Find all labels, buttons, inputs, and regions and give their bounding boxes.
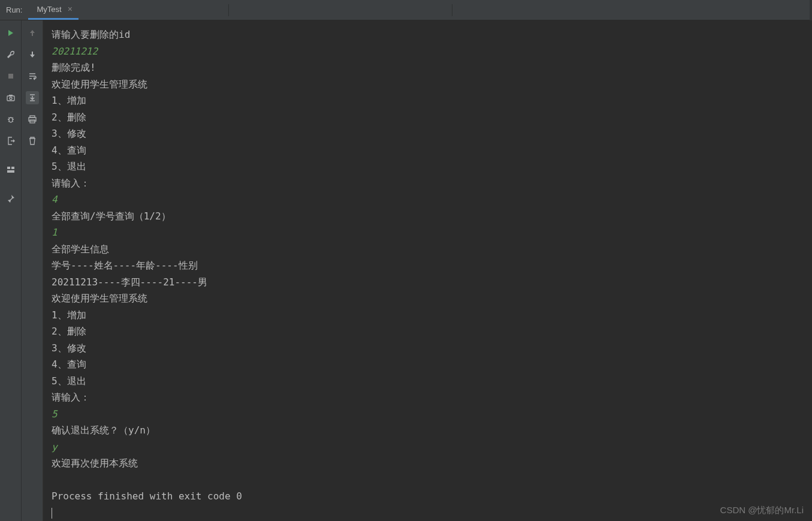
console-output-line: 1、增加 <box>52 92 804 109</box>
console-output-line: 2、删除 <box>52 323 804 340</box>
svg-rect-2 <box>8 74 13 79</box>
up-arrow-icon[interactable] <box>26 26 39 40</box>
console-output-line: 请输入： <box>52 175 804 192</box>
down-arrow-icon[interactable] <box>26 48 39 61</box>
close-icon[interactable]: × <box>68 4 73 14</box>
console-output-line: 欢迎使用学生管理系统 <box>52 290 804 307</box>
svg-rect-8 <box>11 167 14 169</box>
soft-wrap-icon[interactable] <box>26 70 39 83</box>
rerun-icon[interactable] <box>4 26 17 40</box>
svg-rect-9 <box>7 170 14 173</box>
tab-mytest[interactable]: MyTest × <box>28 0 78 20</box>
console-output-line: 2、删除 <box>52 109 804 126</box>
console-output-line: 全部查询/学号查询（1/2） <box>52 208 804 225</box>
pin-icon[interactable] <box>4 192 17 205</box>
left-gutter-1 <box>0 20 22 521</box>
left-gutter-2 <box>22 20 43 521</box>
console-output-line: 3、修改 <box>52 340 804 357</box>
svg-point-4 <box>10 97 12 100</box>
console-output-line: 欢迎再次使用本系统 <box>52 455 804 472</box>
console-output-line: 确认退出系统？（y/n） <box>52 422 804 439</box>
console-output-line: Process finished with exit code 0 <box>52 488 804 505</box>
stop-icon[interactable] <box>4 70 17 83</box>
console-output-line: 5、退出 <box>52 373 804 390</box>
console-output-line: 全部学生信息 <box>52 241 804 258</box>
divider <box>228 4 229 16</box>
console-output-line: 学号----姓名----年龄----性别 <box>52 257 804 274</box>
console-input-line: 1 <box>52 224 804 241</box>
console-output[interactable]: 请输入要删除的id20211212删除完成!欢迎使用学生管理系统1、增加2、删除… <box>43 20 812 521</box>
console-output-line <box>52 472 804 489</box>
print-icon[interactable] <box>26 113 39 126</box>
divider <box>452 4 452 16</box>
console-output-line: 1、增加 <box>52 307 804 324</box>
console-output-line: 请输入要删除的id <box>52 26 804 43</box>
svg-rect-5 <box>9 95 13 96</box>
exit-icon[interactable] <box>4 134 17 147</box>
camera-icon[interactable] <box>4 91 17 104</box>
console-output-line: 5、退出 <box>52 158 804 175</box>
layout-icon[interactable] <box>4 163 17 176</box>
tab-label: MyTest <box>37 5 61 14</box>
top-bar: Run: MyTest × <box>0 0 812 20</box>
bug-icon[interactable] <box>4 113 17 126</box>
scroll-to-end-icon[interactable] <box>26 91 39 104</box>
console-output-line: 20211213----李四----21----男 <box>52 274 804 291</box>
console-output-line: 4、查询 <box>52 356 804 373</box>
console-output-line: 4、查询 <box>52 142 804 159</box>
cursor <box>52 508 52 519</box>
console-output-line: 欢迎使用学生管理系统 <box>52 76 804 93</box>
cursor-line <box>52 505 804 522</box>
svg-rect-7 <box>7 167 10 169</box>
console-input-line: 4 <box>52 191 804 208</box>
svg-rect-3 <box>7 96 14 101</box>
run-label: Run: <box>0 5 28 14</box>
console-input-line: y <box>52 439 804 456</box>
watermark: CSDN @忧郁的Mr.Li <box>720 505 804 516</box>
console-output-line: 请输入： <box>52 389 804 406</box>
main: 请输入要删除的id20211212删除完成!欢迎使用学生管理系统1、增加2、删除… <box>0 20 812 521</box>
trash-icon[interactable] <box>26 134 39 147</box>
console-input-line: 20211212 <box>52 43 804 60</box>
console-input-line: 5 <box>52 406 804 423</box>
wrench-icon[interactable] <box>4 48 17 61</box>
console-output-line: 删除完成! <box>52 59 804 76</box>
console-output-line: 3、修改 <box>52 125 804 142</box>
